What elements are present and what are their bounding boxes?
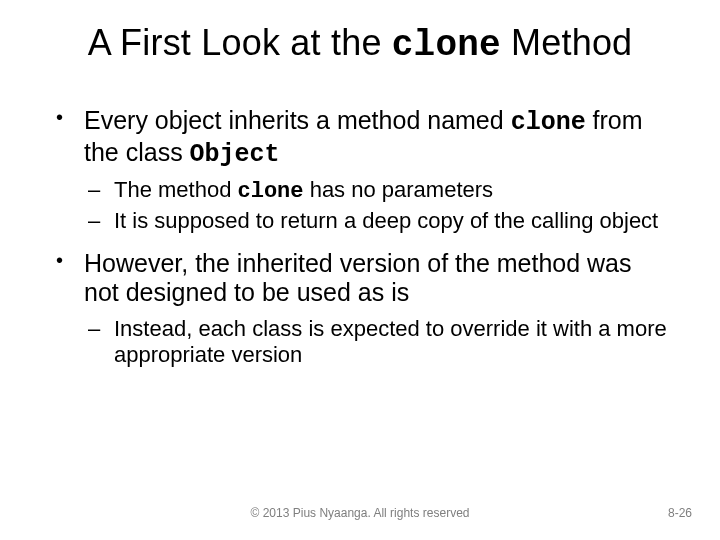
sub-list-1: The method clone has no parameters It is… [84, 177, 670, 235]
b1-code2: Object [190, 140, 280, 169]
b1-part-a: Every object inherits a method named [84, 106, 511, 134]
s11-part-a: The method [114, 177, 238, 202]
bullet-list: Every object inherits a method named clo… [50, 106, 670, 369]
footer-page-number: 8-26 [668, 506, 692, 520]
bullet-2: However, the inherited version of the me… [50, 249, 670, 370]
sub-1-1: The method clone has no parameters [84, 177, 670, 206]
title-part-b: Method [501, 22, 632, 63]
title-part-a: A First Look at the [88, 22, 392, 63]
sub-1-2: It is supposed to return a deep copy of … [84, 208, 670, 235]
slide-title: A First Look at the clone Method [0, 0, 720, 66]
title-code: clone [392, 25, 501, 66]
s11-part-b: has no parameters [304, 177, 494, 202]
bullet-1: Every object inherits a method named clo… [50, 106, 670, 235]
slide: A First Look at the clone Method Every o… [0, 0, 720, 540]
b1-code1: clone [511, 108, 586, 137]
s11-code: clone [238, 179, 304, 204]
footer-copyright: © 2013 Pius Nyaanga. All rights reserved [0, 506, 720, 520]
b2-text: However, the inherited version of the me… [84, 249, 632, 307]
sub-list-2: Instead, each class is expected to overr… [84, 316, 670, 370]
sub-2-1: Instead, each class is expected to overr… [84, 316, 670, 370]
